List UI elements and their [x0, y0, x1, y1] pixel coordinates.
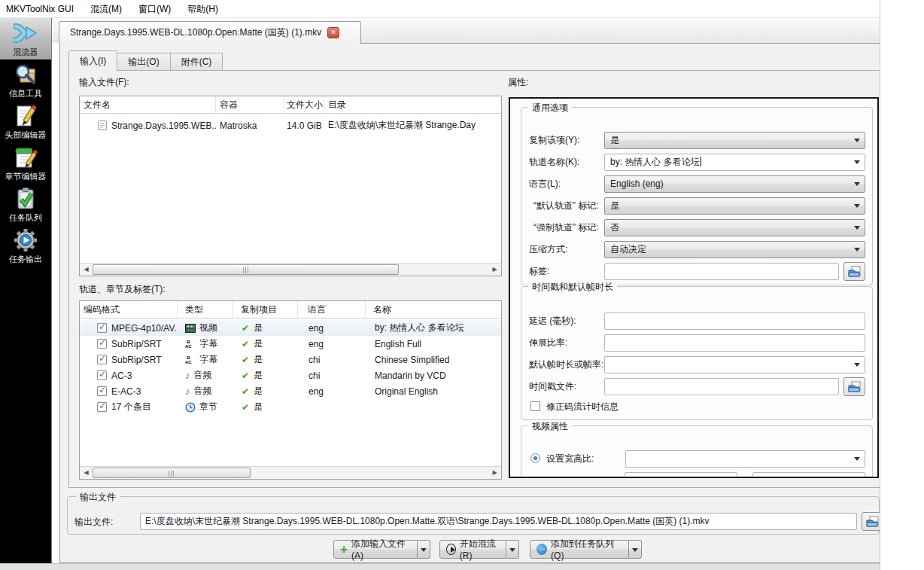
table-row[interactable]: 17 个条目 章节 ✔是: [80, 399, 501, 415]
copy-item-select[interactable]: 是: [604, 132, 865, 149]
action-buttons: + 添加输入文件(A) 开始混流(R) 添加到任务队列(Q): [60, 540, 880, 559]
sidebar-item-multiplexer[interactable]: 混流器: [0, 18, 51, 59]
folder-icon: [848, 266, 862, 278]
track-language: eng: [298, 323, 366, 334]
sidebar-item-label: 章节编辑器: [5, 171, 47, 182]
track-codec: SubRip/SRT: [111, 355, 161, 365]
table-row[interactable]: Strange.Days.1995.WEB... Matroska 14.0 G…: [80, 117, 501, 133]
sidebar-item-info-tool[interactable]: 信息工具: [0, 59, 51, 101]
start-muxing-button[interactable]: 开始混流(R): [439, 540, 506, 559]
scroll-right-icon[interactable]: ▶: [488, 264, 501, 276]
merge-icon: [14, 20, 38, 46]
default-duration-label: 默认帧时长或帧率:: [529, 356, 603, 373]
menu-app-title[interactable]: MKVToolNix GUI: [0, 1, 82, 17]
tracks-table[interactable]: 编码格式 类型 复制项目 语言 名称 MPEG-4p10/AV... 视频 ✔是…: [79, 300, 502, 480]
chevron-down-icon: [421, 548, 427, 552]
menu-window[interactable]: 窗口(W): [130, 1, 179, 17]
column-header[interactable]: 复制项目: [233, 301, 298, 318]
scroll-left-icon[interactable]: ◀: [80, 264, 93, 276]
input-files-hscrollbar[interactable]: ◀ ▶: [80, 263, 501, 276]
scroll-left-icon[interactable]: ◀: [80, 467, 93, 479]
default-duration-select[interactable]: [604, 356, 865, 373]
delay-input[interactable]: [604, 312, 865, 330]
timestamp-file-input[interactable]: [604, 378, 839, 395]
add-source-files-dropdown[interactable]: [418, 540, 430, 559]
merge-tab-content: 输入(I) 输出(O) 附件(C) 输入文件(F): 文件名 容器 文件大小 目…: [59, 43, 880, 563]
sidebar-item-header-editor[interactable]: 头部编辑器: [0, 101, 51, 142]
column-header[interactable]: 类型: [178, 301, 233, 318]
sidebar-item-label: 任务队列: [9, 212, 42, 224]
column-header[interactable]: 语言: [298, 301, 366, 318]
output-file-browse-button[interactable]: [862, 512, 880, 531]
compression-select[interactable]: 自动决定: [604, 241, 865, 258]
file-icon: [97, 120, 108, 131]
track-checkbox[interactable]: [97, 402, 107, 412]
general-options-group: 通用选项 复制该项(Y): 是 轨道名称(K): by: 热情人心 多看论坛 语…: [521, 107, 873, 285]
track-name-input[interactable]: by: 热情人心 多看论坛: [604, 154, 865, 171]
column-header[interactable]: 文件名: [80, 96, 216, 113]
video-extra-input[interactable]: [752, 472, 865, 478]
scroll-right-icon[interactable]: ▶: [488, 467, 501, 479]
table-row[interactable]: E-AC-3 ♪音频 ✔是 eng Original English: [80, 383, 501, 399]
menu-multiplexer[interactable]: 混流(M): [82, 1, 130, 17]
folder-icon: [848, 381, 862, 393]
track-codec: 17 个条目: [111, 401, 151, 413]
add-to-job-queue-dropdown[interactable]: [629, 540, 642, 559]
timestamp-file-browse-button[interactable]: [843, 377, 865, 396]
output-file-label: 输出文件:: [74, 516, 113, 529]
sidebar-item-job-output[interactable]: 任务输出: [0, 225, 51, 267]
table-row[interactable]: SubRip/SRT BAC字幕 ✔是 eng English Full: [80, 336, 501, 352]
file-tab[interactable]: Strange.Days.1995.WEB-DL.1080p.Open.Matt…: [59, 21, 361, 44]
column-header[interactable]: 编码格式: [80, 301, 178, 318]
aspect-ratio-select[interactable]: [625, 450, 865, 468]
track-checkbox[interactable]: [97, 386, 107, 396]
output-file-input[interactable]: [140, 513, 857, 530]
table-row[interactable]: MPEG-4p10/AV... 视频 ✔是 eng by: 热情人心 多看论坛: [80, 320, 501, 336]
track-type: 字幕: [199, 353, 217, 366]
table-row[interactable]: SubRip/SRT BAC字幕 ✔是 chi Chinese Simplifi…: [80, 352, 501, 367]
track-checkbox[interactable]: [97, 370, 107, 380]
add-source-files-button[interactable]: + 添加输入文件(A): [333, 540, 418, 559]
track-checkbox[interactable]: [97, 355, 107, 364]
sidebar-item-chapter-editor[interactable]: 章节编辑器: [0, 142, 51, 184]
tab-output[interactable]: 输出(O): [117, 53, 170, 71]
aspect-ratio-radio[interactable]: [530, 453, 540, 463]
sidebar-item-label: 头部编辑器: [5, 130, 47, 141]
track-name: by: 热情人心 多看论坛: [366, 322, 501, 334]
stretch-input[interactable]: [604, 334, 865, 352]
play-icon: [446, 544, 456, 555]
start-muxing-dropdown[interactable]: [506, 540, 519, 559]
add-to-job-queue-button[interactable]: 添加到任务队列(Q): [530, 540, 629, 559]
table-row[interactable]: AC-3 ♪音频 ✔是 chi Mandarin by VCD: [80, 367, 501, 383]
close-icon[interactable]: ✕: [327, 27, 339, 38]
video-extra-input[interactable]: [625, 472, 737, 478]
column-header[interactable]: 名称: [366, 301, 501, 318]
track-checkbox[interactable]: [97, 339, 107, 349]
tags-browse-button[interactable]: [843, 262, 865, 281]
audio-icon: ♪: [185, 386, 190, 396]
audio-icon: ♪: [185, 370, 190, 380]
compression-label: 压缩方式:: [529, 241, 567, 258]
fix-timing-checkbox[interactable]: [530, 401, 540, 411]
input-files-table[interactable]: 文件名 容器 文件大小 目录 Strange.Days.1995.WEB... …: [79, 96, 502, 276]
track-language: chi: [298, 355, 366, 365]
default-track-flag-select[interactable]: 是: [604, 197, 865, 215]
sidebar-item-job-queue[interactable]: 任务队列: [0, 184, 51, 225]
merge-subtabs: 输入(I) 输出(O) 附件(C): [68, 50, 223, 71]
menu-help[interactable]: 帮助(H): [179, 1, 226, 17]
language-select[interactable]: English (eng): [604, 175, 865, 193]
column-header[interactable]: 容器: [216, 96, 284, 113]
track-codec: SubRip/SRT: [111, 339, 161, 349]
scrollbar-thumb[interactable]: [93, 468, 251, 478]
track-checkbox[interactable]: [97, 323, 107, 333]
column-header[interactable]: 文件大小: [284, 96, 324, 113]
tracks-hscrollbar[interactable]: ◀ ▶: [80, 466, 501, 479]
forced-track-flag-select[interactable]: 否: [604, 219, 865, 236]
tags-input[interactable]: [604, 263, 839, 280]
tab-input[interactable]: 输入(I): [68, 50, 117, 72]
column-header[interactable]: 目录: [324, 96, 501, 113]
tab-attachments[interactable]: 附件(C): [171, 53, 223, 71]
scrollbar-thumb[interactable]: [93, 264, 399, 275]
track-name: Chinese Simplified: [366, 355, 501, 365]
fix-timing-label: 修正码流计时信息: [546, 398, 619, 416]
